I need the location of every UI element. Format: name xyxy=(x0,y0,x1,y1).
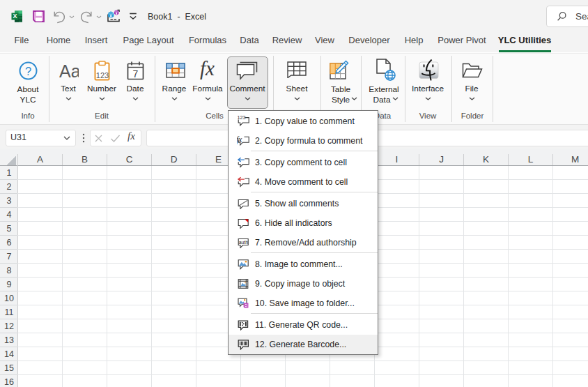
svg-text:123: 123 xyxy=(96,71,109,79)
svg-text:123: 123 xyxy=(238,116,246,121)
svg-text:16: 16 xyxy=(4,377,14,387)
svg-text:K: K xyxy=(483,154,489,165)
svg-text:15: 15 xyxy=(4,363,14,373)
svg-text:9: 9 xyxy=(7,280,12,289)
svg-text:auth: auth xyxy=(239,240,248,245)
svg-text:13: 13 xyxy=(4,335,14,345)
svg-text:?: ? xyxy=(25,65,31,77)
svg-text:A: A xyxy=(37,154,43,165)
svg-text:fx: fx xyxy=(200,59,215,79)
svg-text:fx: fx xyxy=(237,135,242,144)
svg-text:8: 8 xyxy=(7,266,12,275)
svg-text:7: 7 xyxy=(133,68,139,79)
svg-text:E: E xyxy=(215,154,222,165)
svg-text:5: 5 xyxy=(7,224,12,234)
svg-text:12: 12 xyxy=(4,321,14,331)
svg-text:4: 4 xyxy=(7,210,12,220)
svg-text:J: J xyxy=(439,154,444,165)
svg-text:M: M xyxy=(571,154,579,165)
svg-text:B: B xyxy=(82,154,88,165)
svg-text:6: 6 xyxy=(7,238,12,248)
svg-text:2: 2 xyxy=(7,182,12,192)
svg-text:I: I xyxy=(396,154,399,165)
svg-text:Aa: Aa xyxy=(59,63,79,79)
svg-text:D: D xyxy=(171,154,178,165)
svg-text:X: X xyxy=(13,13,17,20)
svg-text:1: 1 xyxy=(7,168,12,178)
svg-text:7: 7 xyxy=(7,252,12,261)
svg-text:C: C xyxy=(126,154,133,165)
svg-text:L: L xyxy=(528,154,534,165)
svg-text:14: 14 xyxy=(4,349,14,359)
svg-text:10: 10 xyxy=(4,294,14,303)
svg-text:3: 3 xyxy=(7,196,12,206)
svg-text:11: 11 xyxy=(5,308,14,317)
